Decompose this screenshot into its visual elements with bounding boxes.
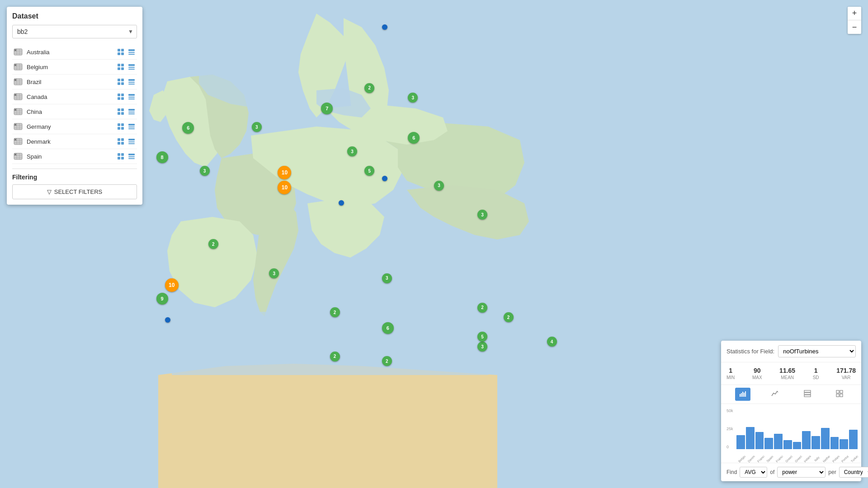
country-name-germany: Germany [27, 123, 116, 130]
marker-m7[interactable]: 3 [347, 146, 357, 156]
marker-m18[interactable]: 9 [156, 293, 168, 305]
country-icon-belgium [13, 62, 23, 72]
svg-rect-39 [118, 82, 120, 85]
bar-6 [793, 442, 802, 449]
svg-rect-14 [128, 52, 135, 53]
marker-m17[interactable]: 2 [504, 312, 514, 322]
country-item-brazil[interactable]: Brazil [12, 75, 137, 89]
y-label: 25k [726, 427, 733, 431]
marker-m5[interactable]: 6 [182, 122, 194, 134]
marker-m22[interactable]: 4 [547, 337, 557, 347]
country-grid-btn-denmark[interactable] [116, 137, 125, 146]
svg-rect-54 [121, 97, 124, 100]
of-label: of [770, 469, 774, 475]
country-actions-belgium [116, 62, 136, 71]
x-label-7: Ireland [803, 455, 811, 463]
y-label: 50k [726, 408, 733, 413]
country-grid-btn-spain[interactable] [116, 152, 125, 161]
svg-rect-108 [121, 153, 124, 156]
svg-rect-109 [118, 157, 120, 160]
country-item-australia[interactable]: Australia [12, 45, 137, 60]
svg-rect-38 [121, 79, 124, 81]
marker-m1[interactable]: 2 [364, 83, 374, 93]
x-label-11: Portugal [841, 455, 849, 463]
marker-m21[interactable]: 2 [330, 352, 340, 361]
marker-m29[interactable] [382, 24, 387, 30]
zoom-out-button[interactable]: − [848, 20, 861, 34]
marker-m11[interactable]: 8 [156, 151, 168, 163]
field-select[interactable]: powernoOfTurbinesheight [777, 467, 826, 478]
stats-tab-line[interactable] [767, 388, 783, 401]
marker-m19[interactable]: 6 [382, 322, 394, 334]
group-select[interactable]: CountryYearType [839, 467, 868, 478]
bar-3 [764, 438, 773, 449]
country-grid-btn-canada[interactable] [116, 92, 125, 101]
stat-mean: 11.65MEAN [779, 367, 795, 380]
marker-m28[interactable]: 10 [165, 278, 179, 292]
country-grid-btn-china[interactable] [116, 107, 125, 116]
country-item-denmark[interactable]: Denmark [12, 134, 137, 149]
country-list-btn-brazil[interactable] [127, 77, 136, 86]
country-actions-spain [116, 152, 136, 161]
svg-rect-70 [128, 112, 135, 113]
marker-m4[interactable]: 3 [252, 122, 262, 132]
marker-m12[interactable]: 2 [208, 239, 218, 249]
country-name-china: China [27, 108, 116, 115]
country-item-spain[interactable]: Spain [12, 149, 137, 164]
country-item-germany[interactable]: Germany [12, 119, 137, 134]
stats-field-select[interactable]: noOfTurbines power height [778, 345, 856, 357]
svg-rect-52 [121, 94, 124, 96]
marker-m27[interactable]: 10 [278, 181, 291, 194]
svg-rect-123 [840, 390, 843, 393]
country-item-china[interactable]: China [12, 104, 137, 119]
marker-m25[interactable]: 2 [477, 303, 487, 313]
country-list-btn-canada[interactable] [127, 92, 136, 101]
country-grid-btn-australia[interactable] [116, 47, 125, 56]
country-name-canada: Canada [27, 94, 116, 100]
stats-tab-bar[interactable] [735, 388, 750, 401]
stats-tab-table[interactable] [800, 388, 815, 401]
svg-rect-98 [128, 141, 135, 142]
marker-m16[interactable]: 3 [382, 273, 392, 283]
marker-m8[interactable]: 3 [200, 166, 210, 176]
stats-tab-grid[interactable] [832, 388, 847, 401]
marker-m3[interactable]: 7 [321, 103, 333, 114]
marker-m30[interactable] [382, 176, 387, 181]
country-name-belgium: Belgium [27, 64, 116, 70]
zoom-in-button[interactable]: + [848, 7, 861, 20]
marker-m10[interactable]: 3 [434, 181, 444, 191]
svg-rect-15 [128, 54, 135, 55]
country-grid-btn-belgium[interactable] [116, 62, 125, 71]
country-list-btn-belgium[interactable] [127, 62, 136, 71]
dataset-select[interactable]: bb2 [12, 25, 137, 38]
country-item-canada[interactable]: Canada [12, 89, 137, 104]
svg-rect-125 [840, 394, 843, 397]
svg-rect-118 [745, 391, 746, 397]
country-list-btn-germany[interactable] [127, 122, 136, 131]
marker-m15[interactable]: 2 [330, 307, 340, 317]
marker-m32[interactable] [165, 317, 170, 323]
select-filters-button[interactable]: ▽ SELECT FILTERS [12, 184, 137, 199]
country-list-btn-australia[interactable] [127, 47, 136, 56]
marker-m6[interactable]: 6 [408, 132, 420, 144]
svg-rect-82 [121, 127, 124, 130]
country-item-belgium[interactable]: Belgium [12, 60, 137, 75]
country-list-btn-spain[interactable] [127, 152, 136, 161]
svg-rect-51 [118, 94, 120, 96]
bar-11 [840, 439, 848, 450]
marker-m31[interactable] [339, 200, 344, 206]
country-grid-btn-brazil[interactable] [116, 77, 125, 86]
svg-rect-107 [118, 153, 120, 156]
marker-m20[interactable]: 3 [477, 342, 487, 352]
country-list-btn-china[interactable] [127, 107, 136, 116]
country-actions-china [116, 107, 136, 116]
bar-5 [783, 440, 792, 449]
svg-rect-41 [128, 79, 135, 81]
stats-numbers: 1MIN90MAX11.65MEAN1SD171.78VAR [721, 362, 861, 385]
country-grid-btn-germany[interactable] [116, 122, 125, 131]
avg-select[interactable]: AVGMINMAXSUM [740, 467, 767, 478]
svg-rect-114 [740, 394, 741, 397]
chart-bars [736, 408, 858, 449]
bar-8 [811, 436, 820, 449]
country-list-btn-denmark[interactable] [127, 137, 136, 146]
